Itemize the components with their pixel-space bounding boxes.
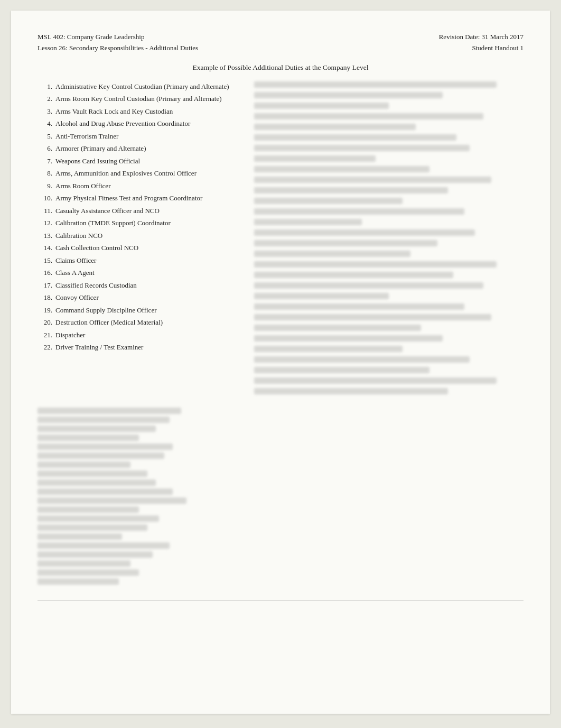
- header-left-line1: MSL 402: Company Grade Leadership: [38, 32, 198, 43]
- item-text: Administrative Key Control Custodian (Pr…: [55, 81, 238, 92]
- list-item: 14.Cash Collection Control NCO: [38, 243, 238, 253]
- blurred-line: [254, 208, 464, 215]
- list-item: 8.Arms, Ammunition and Explosives Contro…: [38, 168, 238, 179]
- item-text: Claims Officer: [55, 255, 238, 266]
- blurred-line: [254, 314, 491, 320]
- list-item: 6.Armorer (Primary and Alternate): [38, 143, 238, 154]
- list-item: 16.Class A Agent: [38, 268, 238, 278]
- bottom-blurred-line: [38, 578, 119, 585]
- header-left: MSL 402: Company Grade Leadership Lesson…: [38, 32, 198, 54]
- list-item: 22.Driver Training / Test Examiner: [38, 342, 238, 353]
- content-area: 1.Administrative Key Control Custodian (…: [38, 81, 523, 397]
- item-num: 13.: [38, 231, 52, 241]
- list-item: 2.Arms Room Key Control Custodian (Prima…: [38, 94, 238, 104]
- bottom-blurred-line: [38, 462, 130, 468]
- item-num: 14.: [38, 243, 52, 253]
- item-text: Casualty Assistance Officer and NCO: [55, 206, 238, 216]
- item-num: 19.: [38, 305, 52, 316]
- bottom-blurred-line: [38, 417, 170, 423]
- blurred-line: [254, 219, 362, 225]
- blurred-line: [254, 303, 464, 310]
- blurred-line: [254, 81, 497, 88]
- item-text: Armorer (Primary and Alternate): [55, 143, 238, 154]
- bottom-blurred-line: [38, 524, 147, 531]
- blurred-line: [254, 113, 483, 119]
- item-text: Weapons Card Issuing Official: [55, 156, 238, 167]
- item-num: 8.: [38, 168, 52, 179]
- bottom-blurred-line: [38, 444, 173, 450]
- list-item: 5.Anti-Terrorism Trainer: [38, 131, 238, 142]
- item-num: 21.: [38, 330, 52, 340]
- list-item: 4.Alcohol and Drug Abuse Prevention Coor…: [38, 118, 238, 129]
- item-num: 18.: [38, 292, 52, 303]
- item-text: Destruction Officer (Medical Material): [55, 317, 238, 328]
- header-right-line2: Student Handout 1: [439, 43, 523, 54]
- item-num: 7.: [38, 156, 52, 167]
- header-left-line2: Lesson 26: Secondary Responsibilities - …: [38, 43, 198, 54]
- list-item: 10.Army Physical Fitness Test and Progra…: [38, 193, 238, 204]
- item-text: Cash Collection Control NCO: [55, 243, 238, 253]
- list-item: 13.Calibration NCO: [38, 231, 238, 241]
- blurred-line: [254, 177, 491, 183]
- item-text: Arms Room Key Control Custodian (Primary…: [55, 94, 238, 104]
- blurred-line: [254, 293, 389, 299]
- bottom-blurred-line: [38, 426, 156, 432]
- item-num: 10.: [38, 193, 52, 204]
- item-text: Calibration NCO: [55, 231, 238, 241]
- item-text: Arms, Ammunition and Explosives Control …: [55, 168, 238, 179]
- bottom-blurred-line: [38, 471, 147, 477]
- bottom-blurred-line: [38, 408, 181, 414]
- blurred-line: [254, 335, 443, 342]
- list-item: 1.Administrative Key Control Custodian (…: [38, 81, 238, 92]
- blurred-line: [254, 282, 483, 289]
- bottom-blurred-line: [38, 453, 164, 459]
- left-column: 1.Administrative Key Control Custodian (…: [38, 81, 238, 397]
- item-num: 17.: [38, 280, 52, 291]
- blurred-line: [254, 356, 470, 363]
- item-num: 1.: [38, 81, 52, 92]
- blurred-line: [254, 229, 475, 236]
- right-blurred-content: [254, 81, 523, 397]
- list-item: 17.Classified Records Custodian: [38, 280, 238, 291]
- blurred-line: [254, 388, 448, 394]
- blurred-line: [254, 155, 376, 162]
- item-num: 2.: [38, 94, 52, 104]
- blurred-line: [254, 325, 421, 331]
- blurred-line: [254, 198, 403, 204]
- bottom-blurred-line: [38, 497, 186, 504]
- bottom-blurred-line: [38, 551, 153, 558]
- list-item: 3.Arms Vault Rack Lock and Key Custodian: [38, 106, 238, 117]
- bottom-blurred-line: [38, 560, 130, 567]
- item-text: Dispatcher: [55, 330, 238, 340]
- duties-list: 1.Administrative Key Control Custodian (…: [38, 81, 238, 353]
- item-text: Arms Room Officer: [55, 181, 238, 191]
- header-right-line1: Revision Date: 31 March 2017: [439, 32, 523, 43]
- item-text: Command Supply Discipline Officer: [55, 305, 238, 316]
- item-text: Anti-Terrorism Trainer: [55, 131, 238, 142]
- blurred-line: [254, 261, 497, 268]
- item-num: 16.: [38, 268, 52, 278]
- item-num: 15.: [38, 255, 52, 266]
- list-item: 11.Casualty Assistance Officer and NCO: [38, 206, 238, 216]
- blurred-line: [254, 187, 448, 193]
- item-text: Class A Agent: [55, 268, 238, 278]
- item-text: Driver Training / Test Examiner: [55, 342, 238, 353]
- bottom-blurred-line: [38, 569, 139, 576]
- list-item: 21.Dispatcher: [38, 330, 238, 340]
- list-item: 12.Calibration (TMDE Support) Coordinato…: [38, 218, 238, 228]
- blurred-line: [254, 134, 456, 141]
- blurred-line: [254, 103, 389, 109]
- header-right: Revision Date: 31 March 2017 Student Han…: [439, 32, 523, 54]
- item-num: 22.: [38, 342, 52, 353]
- bottom-blurred-line: [38, 533, 122, 540]
- bottom-blurred-line: [38, 489, 173, 495]
- header: MSL 402: Company Grade Leadership Lesson…: [38, 32, 523, 54]
- blurred-line: [254, 367, 429, 373]
- item-text: Alcohol and Drug Abuse Prevention Coordi…: [55, 118, 238, 129]
- blurred-line: [254, 377, 497, 384]
- blurred-line: [254, 124, 416, 130]
- blurred-line: [254, 346, 403, 352]
- item-num: 12.: [38, 218, 52, 228]
- list-item: 20.Destruction Officer (Medical Material…: [38, 317, 238, 328]
- item-text: Army Physical Fitness Test and Program C…: [55, 193, 238, 204]
